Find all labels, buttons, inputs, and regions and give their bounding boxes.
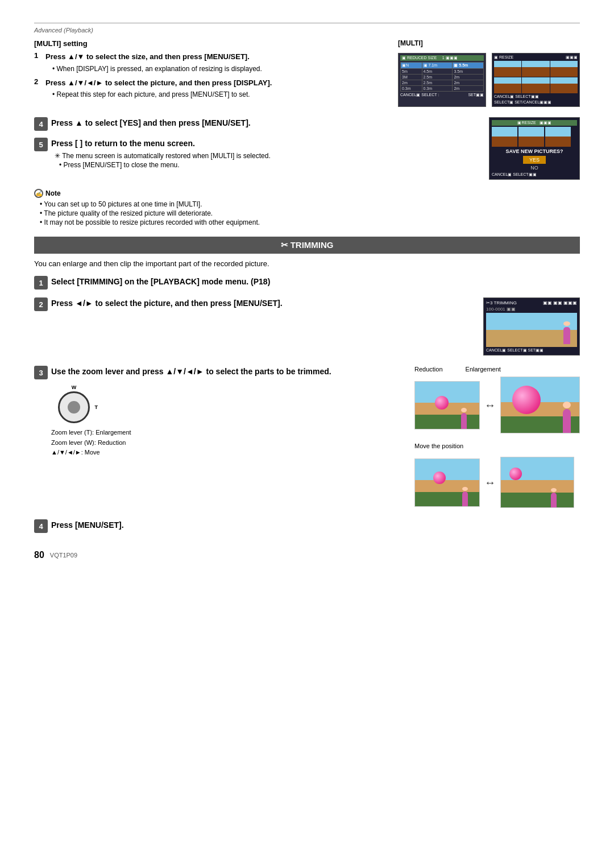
zoom-lever-container: T xyxy=(58,391,90,423)
trimming-screen-img xyxy=(486,313,577,347)
table-row: 3M2.5m2m xyxy=(401,75,484,80)
reduction-label: Reduction xyxy=(414,366,443,373)
breadcrumb: Advanced (Playback) xyxy=(34,23,580,34)
trimming-screen-top: ✂3 TRIMMING ▣▣ ▣▣ ▣▣▣ xyxy=(486,300,577,305)
multi-right-screens: ▣ REDUCED SIZE 1 ▣▣▣ ▣N ▣ 7.1m ▣ 5.5m 5m… xyxy=(398,53,580,107)
move-position-label: Move the position xyxy=(414,443,580,449)
pink-ball-move1 xyxy=(433,472,446,484)
trim-label: ✂3 TRIMMING xyxy=(486,300,517,305)
arrow-between-photos-1: ↔ xyxy=(484,399,496,412)
grid-top-row: ▣ RESIZE ▣▣▣ xyxy=(494,55,578,60)
trimming-step-3: 3 Use the zoom lever and press ▲/▼/◄/► t… xyxy=(34,366,403,458)
trimming-step-3-section: 3 Use the zoom lever and press ▲/▼/◄/► t… xyxy=(34,366,580,508)
size-table: ▣N ▣ 7.1m ▣ 5.5m 5m4.5m3.5m 3M2.5m2m 2m2… xyxy=(400,62,484,92)
multi-left-title: [MULTI] setting xyxy=(34,39,88,48)
photo-grid xyxy=(494,61,578,93)
body-in-screen xyxy=(563,327,570,344)
grid-cell-5 xyxy=(522,77,549,93)
pink-ball-enlargement xyxy=(512,386,541,414)
table-row: 2m2.5m2m xyxy=(401,80,484,86)
steps-4-5-left: 4 Press ▲ to select [YES] and then press… xyxy=(34,117,478,180)
save-bottom-bar: CANCEL▣ SELECT▣▣ xyxy=(492,172,577,177)
zoom-lever-inner xyxy=(68,401,80,414)
trimming-screen: ✂3 TRIMMING ▣▣ ▣▣ ▣▣▣ 100-0001 ▣▣ CANCEL… xyxy=(483,297,580,356)
numbered-step-4: 4 Press ▲ to select [YES] and then press… xyxy=(34,117,478,131)
step-text-2: Press ▲/▼/◄/► to select the picture, and… xyxy=(45,77,272,100)
step-5-bullet-note: • Press [MENU/SET] to close the menu. xyxy=(51,161,271,169)
step-5-subnote-2: Press [MENU/SET] to close the menu. xyxy=(64,161,180,169)
trim-code: 100-0001 ▣▣ xyxy=(486,307,577,312)
grid-cell-2 xyxy=(522,61,549,77)
step-4-body: Press ▲ to select [YES] and then press [… xyxy=(51,117,251,129)
girl-enlargement xyxy=(563,402,571,433)
multi-right: [MULTI] ▣ REDUCED SIZE 1 ▣▣▣ ▣N ▣ 7.1m ▣… xyxy=(398,39,580,107)
trimming-intro: You can enlarge and then clip the import… xyxy=(34,259,580,268)
image-pair-reduction-enlargement: ↔ xyxy=(414,377,580,433)
reduction-enlargement-row: Reduction Enlargement ↔ xyxy=(414,366,580,433)
zoom-lever-diagram: W T xyxy=(57,385,91,423)
numbered-step-5: 5 Press [ ] to return to the menu screen… xyxy=(34,138,478,169)
no-button: NO xyxy=(492,165,577,171)
note-item-3: It may not be possible to resize picture… xyxy=(34,218,580,226)
trimming-header: TRIMMING xyxy=(34,237,580,254)
table-row: 5m4.5m3.5m xyxy=(401,69,484,75)
trimming-screen-bottom: CANCEL▣ SELECT▣ SET▣▣ xyxy=(486,348,577,353)
cancel-label: CANCEL▣ SELECT : xyxy=(400,93,439,97)
table-row: 0.3m0.3m2m xyxy=(401,86,484,92)
table-header-row: ▣N ▣ 7.1m ▣ 5.5m xyxy=(401,63,484,69)
step-5-subnote-1: The menu screen is automatically restore… xyxy=(62,152,271,160)
trimming-step-4-body: Press [MENU/SET]. xyxy=(51,519,124,531)
beach-bg-move2 xyxy=(501,457,574,507)
zoom-t-label: Zoom lever (T): Enlargement xyxy=(51,428,331,438)
step-circle-5: 5 xyxy=(34,138,48,151)
cancel2: CANCEL▣ SELECT▣▣ xyxy=(494,94,539,99)
trimming-step-1: 1 Select [TRIMMING] on the [PLAYBACK] mo… xyxy=(34,276,580,290)
trimming-step-2: 2 Press ◄/► to select the picture, and t… xyxy=(34,297,472,311)
zoom-labels: Zoom lever (T): Enlargement Zoom lever (… xyxy=(51,428,331,458)
trimming-step-2-section: 2 Press ◄/► to select the picture, and t… xyxy=(34,297,580,356)
thumbnail-row xyxy=(492,127,577,147)
t-label: T xyxy=(95,404,98,410)
selectcancel: SELECT▣ SET/CANCEL▣▣▣ xyxy=(494,100,551,105)
note-title: ✍ Note xyxy=(34,189,580,198)
trimming-step-1-body: Select [TRIMMING] on the [PLAYBACK] mode… xyxy=(51,276,270,288)
pink-ball-reduction xyxy=(435,396,449,410)
reduced-size-screen: ▣ REDUCED SIZE 1 ▣▣▣ ▣N ▣ 7.1m ▣ 5.5m 5m… xyxy=(398,53,486,107)
note-item-2: The picture quality of the resized pictu… xyxy=(34,209,580,217)
cancel-save: CANCEL▣ SELECT▣▣ xyxy=(492,172,537,177)
pink-ball-move2 xyxy=(509,468,522,480)
w-label: W xyxy=(72,385,77,390)
girl-in-screen xyxy=(562,321,571,347)
trimming-step-2-body: Press ◄/► to select the picture, and the… xyxy=(51,297,283,309)
note-label: Note xyxy=(45,189,61,197)
step-5-asterisk-note: ✳ The menu screen is automatically resto… xyxy=(51,152,271,160)
step-5-text: Press [ ] to return to the menu screen. xyxy=(51,138,271,150)
multi-step-1: 1 Press ▲/▼ to select the size, and then… xyxy=(34,51,387,74)
step-circle-4: 4 xyxy=(34,117,48,131)
zoom-move-label: ▲/▼/◄/►: Move xyxy=(51,448,331,458)
multi-right-title: [MULTI] xyxy=(398,39,423,47)
reduction-photo xyxy=(414,381,480,429)
screen-bottom-bar: CANCEL▣ SELECT : SET▣▣ xyxy=(400,93,484,97)
thumb-3 xyxy=(545,127,571,147)
move-photo-2 xyxy=(500,457,574,508)
save-screen-container: ▣RESIZE ▣▣▣ SAVE NEW PICTURES? YES NO CA… xyxy=(489,117,580,180)
step-num-2: 2 xyxy=(34,77,42,100)
grid-bottom-row: CANCEL▣ SELECT▣▣ xyxy=(494,94,578,99)
yes-button: YES xyxy=(523,156,546,164)
save-new-pictures-text: SAVE NEW PICTURES? xyxy=(492,148,577,154)
trimming-screen-container: ✂3 TRIMMING ▣▣ ▣▣ ▣▣▣ 100-0001 ▣▣ CANCEL… xyxy=(483,297,580,356)
resize-num: ▣▣▣ xyxy=(566,55,578,60)
image-pair-move: ↔ xyxy=(414,457,580,508)
grid-cell-3 xyxy=(550,61,578,77)
trimming-step-3-left: 3 Use the zoom lever and press ▲/▼/◄/► t… xyxy=(34,366,403,508)
page-number: 80 xyxy=(34,550,44,560)
labels-row: Reduction Enlargement xyxy=(414,366,580,374)
girl-move1 xyxy=(462,487,468,506)
step-3-text: Use the zoom lever and press ▲/▼/◄/► to … xyxy=(51,366,331,378)
multi-section: [MULTI] setting 1 Press ▲/▼ to select th… xyxy=(34,39,580,107)
multi-heading: [MULTI] setting xyxy=(34,39,387,48)
save-screen: ▣RESIZE ▣▣▣ SAVE NEW PICTURES? YES NO CA… xyxy=(489,117,580,180)
set-label: SET▣▣ xyxy=(468,93,484,97)
step-num-1: 1 xyxy=(34,51,42,74)
